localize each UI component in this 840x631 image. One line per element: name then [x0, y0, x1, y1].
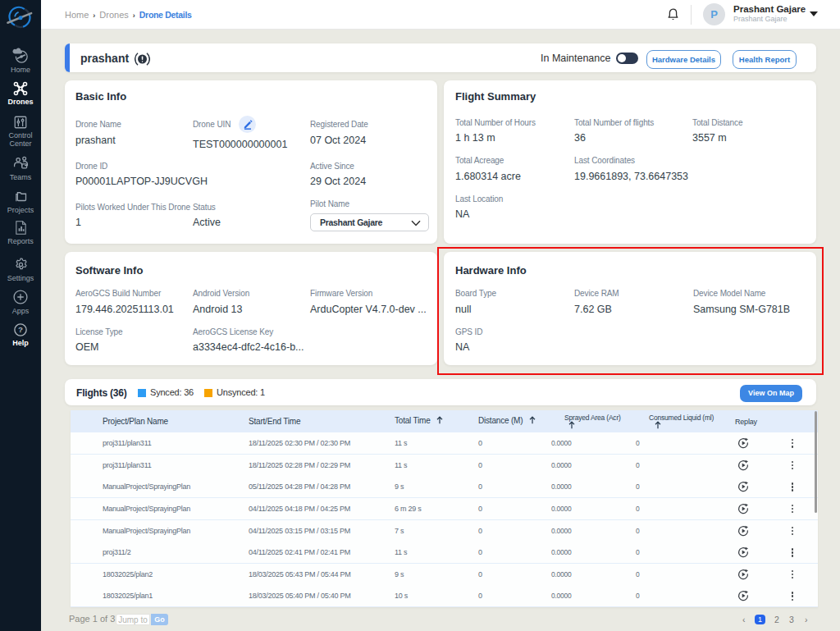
svg-text:?: ?: [18, 325, 23, 334]
